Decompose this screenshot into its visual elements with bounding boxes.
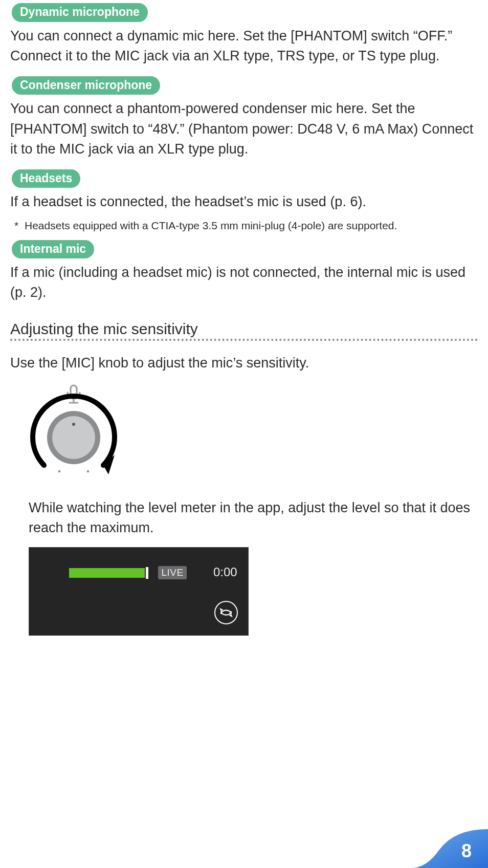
mic-knob-illustration (23, 383, 125, 486)
paragraph-internal: If a mic (including a headset mic) is no… (10, 263, 478, 302)
loop-icon (215, 602, 237, 623)
note-asterisk: * (10, 220, 25, 232)
svg-point-6 (72, 423, 75, 426)
tag-internal-mic: Internal mic (12, 240, 94, 259)
svg-point-5 (52, 416, 95, 459)
level-meter-peak-tick (146, 567, 148, 579)
paragraph-headsets: If a headset is connected, the headset’s… (10, 192, 478, 212)
svg-point-7 (58, 470, 60, 472)
heading-underline (10, 339, 478, 341)
timer-display: 0:00 (213, 565, 237, 579)
page-number-tab: 8 (411, 829, 488, 868)
note-headsets-text: Headsets equipped with a CTIA-type 3.5 m… (25, 220, 397, 231)
paragraph-adjust-intro: Use the [MIC] knob to adjust the mic’s s… (10, 353, 478, 373)
page-number: 8 (461, 840, 472, 862)
tag-condenser-microphone: Condenser microphone (12, 76, 160, 95)
app-level-meter-screenshot: LIVE 0:00 (29, 547, 249, 636)
level-meter-fill (69, 568, 145, 578)
knob-icon (47, 411, 100, 472)
heading-adjusting-sensitivity: Adjusting the mic sensitivity (10, 320, 478, 338)
note-headsets: *Headsets equipped with a CTIA-type 3.5 … (10, 220, 478, 232)
paragraph-condenser: You can connect a phantom-powered conden… (10, 99, 478, 159)
svg-point-8 (87, 470, 89, 472)
paragraph-adjust-body: While watching the level meter in the ap… (29, 498, 474, 538)
tag-headsets: Headsets (12, 169, 80, 188)
tag-dynamic-microphone: Dynamic microphone (12, 3, 148, 22)
live-badge: LIVE (158, 566, 187, 579)
paragraph-dynamic: You can connect a dynamic mic here. Set … (10, 26, 478, 66)
loop-button[interactable] (214, 601, 238, 624)
